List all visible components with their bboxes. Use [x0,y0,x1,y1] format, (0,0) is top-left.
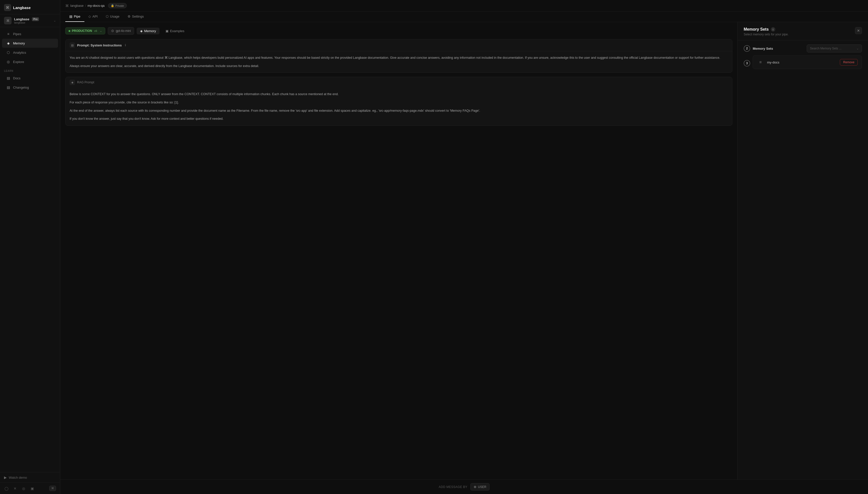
workspace-sub: langbase [14,21,51,24]
remove-memory-set-button[interactable]: Remove [840,59,858,65]
memory-panel: Memory Sets ℹ Select memory sets for you… [737,22,868,479]
add-user-message-button[interactable]: ⊕ USER [470,483,490,491]
toolbar-tab-examples[interactable]: ▣ Examples [162,27,188,34]
sidebar-label-changelog: Changelog [13,86,29,89]
usage-tab-icon: ⬡ [106,15,109,18]
workspace-selector[interactable]: ⌘ Langbase Pro langbase ⌄ [0,14,60,27]
add-message-label: ADD MESSAGE BY [439,485,467,489]
env-chevron-icon: ⌄ [100,30,102,33]
breadcrumb-pipe: my-docs-qa [87,4,105,7]
breadcrumb-separator: / [85,4,86,7]
memory-panel-body: 2 Memory Sets Search Memory Sets ... ⌄ 3… [738,40,868,479]
tab-api[interactable]: ◇ API [85,12,102,22]
rag-block-icon: ◈ [70,80,75,85]
model-selector[interactable]: ⚙ gpt-4o-mini [108,27,134,35]
sidebar-label-memory: Memory [13,41,25,45]
visibility-badge: 🔒 Private [108,3,127,8]
explore-icon: ◎ [6,59,11,64]
workspace-chevron-icon: ⌄ [54,19,56,22]
sidebar-item-pipes[interactable]: ≡ Pipes [2,30,58,38]
model-label: gpt-4o-mini [116,29,131,33]
content-layout: PRODUCTION v6 ⌄ ⚙ gpt-4o-mini ◈ Memory ▣… [60,22,868,479]
workspace-icon: ⌘ [4,17,12,24]
memory-search-dropdown[interactable]: Search Memory Sets ... ⌄ [807,44,862,53]
rag-prompt-body[interactable]: Below is some CONTEXT for you to answer … [66,88,732,126]
rag-text-1: Below is some CONTEXT for you to answer … [70,92,728,97]
rag-text-4: If you don't know the answer, just say t… [70,116,728,121]
rag-prompt-block: ◈ RAG Prompt Below is some CONTEXT for y… [65,77,732,126]
memory-icon: ◈ [6,41,11,45]
discord-icon[interactable]: ◎ [21,486,26,491]
panel-info-badge: ℹ [771,27,775,32]
breadcrumb-org: langbase [70,4,84,7]
sidebar-item-changelog[interactable]: ▤ Changelog [2,83,58,92]
pipe-tab-icon: ▤ [69,15,72,18]
api-tab-icon: ◇ [88,15,91,18]
system-instructions-header: ▤ Prompt: System Instructions ℹ [66,39,732,51]
tab-pipe[interactable]: ▤ Pipe [65,12,85,22]
sidebar-item-memory[interactable]: ◈ Memory [2,39,58,48]
sidebar-label-analytics: Analytics [13,51,26,55]
sidebar-label-pipes: Pipes [13,32,21,36]
keyboard-shortcut-badge: ⌘ [49,486,56,491]
sidebar-label-docs: Docs [13,76,21,80]
search-chevron-icon: ⌄ [856,47,859,50]
topbar: ⌘ langbase / my-docs-qa 🔒 Private [60,0,868,12]
toolbar-memory-label: Memory [144,29,156,33]
rag-text-3: At the end of the answer, always list ea… [70,108,728,113]
env-selector[interactable]: PRODUCTION v6 ⌄ [65,27,105,34]
watch-demo-button[interactable]: ▶ Watch demo [0,472,60,482]
twitter-icon[interactable]: ✕ [13,486,18,491]
toolbar-examples-label: Examples [170,29,184,33]
pipe-editor: PRODUCTION v6 ⌄ ⚙ gpt-4o-mini ◈ Memory ▣… [60,22,737,479]
tab-pipe-label: Pipe [74,15,80,18]
env-version: v6 [94,30,97,32]
sidebar-nav: ≡ Pipes ◈ Memory ⬡ Analytics ◎ Explore L… [0,27,60,472]
tab-usage[interactable]: ⬡ Usage [102,12,124,22]
sidebar-item-docs[interactable]: ▤ Docs [2,74,58,82]
system-instructions-text-2: Always ensure your answers are clear, ac… [70,63,728,69]
github-icon[interactable]: ◯ [4,486,9,491]
memory-sets-label: Memory Sets [753,47,773,51]
changelog-icon: ▤ [6,85,11,90]
pipes-icon: ≡ [6,32,11,36]
docs-icon: ▤ [6,76,11,80]
sidebar-item-explore[interactable]: ◎ Explore [2,57,58,66]
tab-api-label: API [92,15,98,18]
learn-section-label: Learn [0,66,60,73]
memory-sets-row: 2 Memory Sets Search Memory Sets ... ⌄ [744,44,862,53]
main-content: ⌘ langbase / my-docs-qa 🔒 Private ▤ Pipe… [60,0,868,494]
sidebar-item-analytics[interactable]: ⬡ Analytics [2,48,58,57]
app-logo-icon: ⌘ [4,4,11,11]
system-info-icon: ℹ [125,43,126,47]
memory-panel-close-button[interactable]: ✕ [855,27,862,34]
system-instructions-body[interactable]: You are an AI chatbot designed to assist… [66,51,732,73]
workspace-name: Langbase [14,17,30,21]
settings-tab-icon: ⚙ [128,15,131,18]
memory-panel-title-group: Memory Sets ℹ Select memory sets for you… [744,27,789,36]
breadcrumb: ⌘ langbase / my-docs-qa [65,4,105,8]
page-tabs: ▤ Pipe ◇ API ⬡ Usage ⚙ Settings [60,12,868,22]
step-3-badge: 3 [744,60,750,66]
pro-badge: Pro [32,17,39,21]
system-instructions-text-1: You are an AI chatbot designed to assist… [70,55,728,60]
watch-demo-label: Watch demo [9,476,27,479]
toolbar-tab-memory[interactable]: ◈ Memory [136,27,160,34]
breadcrumb-logo-icon: ⌘ [65,4,69,8]
system-instructions-block: ▤ Prompt: System Instructions ℹ You are … [65,39,732,73]
sidebar-header: ⌘ Langbase [0,0,60,14]
env-label: PRODUCTION [72,29,92,33]
memory-panel-title: Memory Sets [744,27,769,32]
memory-panel-subtitle: Select memory sets for your pipe. [744,33,789,36]
analytics-icon: ⬡ [6,50,11,55]
memory-set-icon: ≡ [757,59,764,66]
step-2-badge: 2 [744,45,750,52]
search-dropdown-text: Search Memory Sets ... [810,47,855,50]
system-block-icon: ▤ [70,42,75,48]
user-btn-icon: ⊕ [474,485,477,489]
tab-settings[interactable]: ⚙ Settings [124,12,148,22]
user-btn-label: USER [478,485,486,489]
chat-icon[interactable]: ▣ [30,486,35,491]
tab-settings-label: Settings [132,15,144,18]
visibility-label: Private [115,4,124,7]
